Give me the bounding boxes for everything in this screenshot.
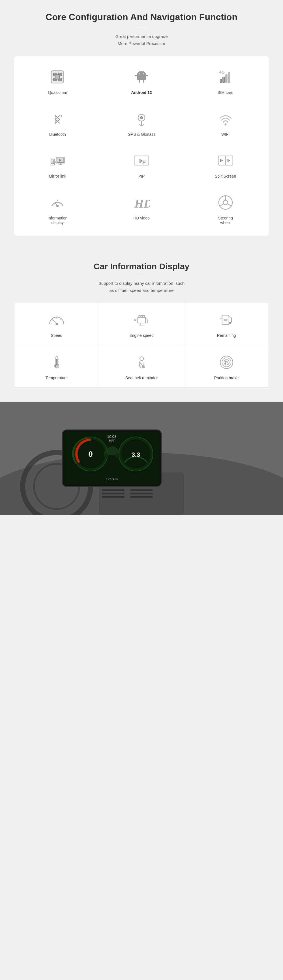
car-remaining: Remaining (184, 303, 269, 345)
car-subtitle-line2: as oil fuel ,speed and temperature (110, 288, 174, 293)
wifi-label: WIFI (221, 132, 230, 137)
speed-icon (45, 310, 68, 330)
feature-infodisplay: Informationdisplay (17, 187, 98, 231)
core-subtitle: Great performance upgrade More Powerful … (6, 33, 277, 47)
car-parkingbrake: P Parking brake (184, 345, 269, 387)
svg-rect-95 (130, 489, 153, 491)
gps-label: GPS & Glonass (128, 132, 155, 137)
dashboard-background: 10:08 80°F 0 3.3 17274mi (0, 402, 283, 515)
svg-point-21 (61, 115, 62, 117)
svg-point-69 (229, 323, 230, 323)
car-subtitle-line1: Support to display many car infomration … (99, 281, 184, 286)
svg-line-52 (227, 204, 232, 206)
qualcomm-label: Qualcomm (48, 90, 67, 95)
svg-point-110 (115, 453, 120, 458)
qualcomm-icon (48, 67, 67, 87)
bluetooth-icon (48, 109, 67, 129)
svg-rect-60 (138, 317, 145, 323)
svg-text:80°F: 80°F (109, 439, 115, 442)
car-speed: Speed (14, 303, 99, 345)
gps-icon (131, 109, 152, 129)
car-seatbelt: Seat belt reminder (99, 345, 184, 387)
splitscreen-label: Split Screen (215, 174, 236, 178)
steeringwheel-label: Steeringwheel (218, 216, 233, 225)
temperature-label: Temperature (46, 375, 68, 380)
parkingbrake-label: Parking brake (214, 375, 238, 380)
svg-line-57 (60, 319, 61, 320)
remaining-label: Remaining (217, 333, 236, 338)
svg-rect-27 (51, 160, 54, 164)
core-subtitle-line1: Great performance upgrade (115, 34, 168, 39)
android-icon (131, 67, 152, 87)
feature-splitscreen: Split Screen (185, 145, 266, 184)
engine-speed-icon (130, 310, 153, 330)
feature-pip: PIP (101, 145, 182, 184)
remaining-icon (215, 310, 238, 330)
svg-rect-68 (222, 315, 229, 325)
feature-android12: Android 12 (101, 61, 182, 100)
feature-grid: Qualcomm (17, 61, 266, 231)
feature-steeringwheel: Steeringwheel (185, 187, 266, 231)
divider (136, 28, 147, 28)
svg-text:10:08: 10:08 (107, 434, 117, 439)
steeringwheel-icon (216, 192, 235, 212)
speed-label: Speed (51, 333, 62, 338)
svg-point-81 (140, 356, 144, 360)
svg-point-59 (56, 323, 58, 325)
svg-point-23 (141, 116, 142, 119)
svg-rect-5 (55, 75, 60, 79)
svg-rect-12 (135, 75, 137, 76)
svg-text:17274mi: 17274mi (106, 477, 118, 481)
svg-rect-18 (223, 77, 224, 83)
engine-speed-label: Engine speed (130, 333, 153, 338)
dashboard-section: 10:08 80°F 0 3.3 17274mi (0, 402, 283, 515)
mirrorlink-label: Mirror link (49, 174, 66, 178)
parkingbrake-icon: P (215, 352, 238, 372)
svg-marker-40 (221, 159, 222, 162)
core-title: Core Configuration And Navigation Functi… (6, 11, 277, 23)
feature-mirrorlink: Mirror link (17, 145, 98, 184)
splitscreen-icon (216, 151, 235, 170)
car-engine: Engine speed (99, 303, 184, 345)
infodisplay-icon (48, 192, 67, 212)
core-section: Core Configuration And Navigation Functi… (0, 0, 283, 250)
svg-text:0: 0 (88, 450, 93, 458)
feature-bluetooth: Bluetooth (17, 103, 98, 142)
temperature-icon (45, 352, 68, 372)
svg-rect-94 (102, 496, 125, 498)
car-divider (136, 275, 147, 275)
infodisplay-label: Informationdisplay (48, 216, 67, 225)
svg-rect-7 (137, 75, 146, 80)
car-title: Car Information Display (6, 262, 277, 271)
car-interior-svg: 10:08 80°F 0 3.3 17274mi (0, 402, 283, 515)
svg-rect-20 (229, 72, 230, 83)
car-temperature: Temperature (14, 345, 99, 387)
svg-line-56 (52, 319, 53, 320)
wifi-icon (216, 109, 235, 129)
svg-rect-96 (130, 493, 153, 495)
seatbelt-icon (130, 352, 153, 372)
svg-rect-17 (220, 79, 222, 83)
feature-qualcomm: Qualcomm (17, 61, 98, 100)
svg-rect-19 (225, 75, 227, 83)
feature-card: Qualcomm (14, 56, 269, 236)
svg-rect-13 (146, 75, 148, 76)
hdvideo-label: HD video (133, 216, 150, 220)
feature-simcard: 4G SIM card (185, 61, 266, 100)
svg-point-109 (104, 453, 109, 458)
svg-rect-97 (130, 496, 153, 498)
feature-wifi: WIFI (185, 103, 266, 142)
simcard-icon: 4G (216, 67, 235, 87)
feature-hdvideo: HD HD video (101, 187, 182, 231)
svg-text:HD: HD (134, 197, 150, 210)
pip-icon (131, 151, 152, 170)
svg-rect-11 (143, 80, 144, 83)
core-subtitle-line2: More Powerful Processor (118, 41, 165, 46)
svg-text:4G: 4G (219, 70, 225, 75)
svg-point-46 (57, 205, 58, 207)
car-subtitle: Support to display many car infomration … (6, 280, 277, 294)
simcard-label: SIM card (217, 90, 233, 95)
pip-label: PIP (138, 174, 145, 178)
seatbelt-label: Seat belt reminder (125, 375, 158, 380)
svg-point-25 (225, 124, 226, 125)
